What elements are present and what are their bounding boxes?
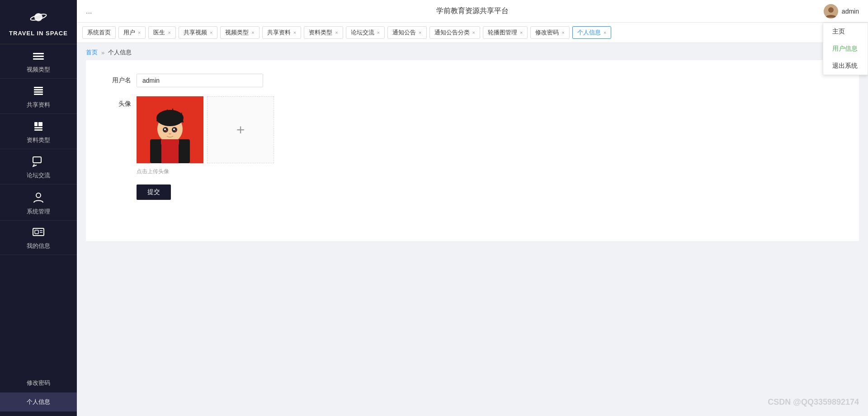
sidebar-item-label-forum: 论坛交流: [27, 171, 50, 180]
sidebar-nav: 视频类型 共享资料 资料类型 论坛交流 系统管理: [0, 44, 77, 369]
svg-rect-13: [33, 157, 41, 163]
svg-rect-5: [34, 87, 43, 88]
svg-rect-10: [38, 122, 42, 126]
video-type-icon: [33, 52, 44, 63]
tab-close-forum[interactable]: ×: [377, 30, 380, 35]
tab-close-video-type[interactable]: ×: [251, 30, 254, 35]
tab-shared-resource[interactable]: 共享资料 ×: [262, 26, 301, 39]
sidebar-item-forum[interactable]: 论坛交流: [0, 149, 77, 184]
tab-forum[interactable]: 论坛交流 ×: [346, 26, 385, 39]
tab-user[interactable]: 用户 ×: [118, 26, 146, 39]
dropdown-menu: 主页 用户信息 退出系统: [823, 23, 868, 75]
avatar-images: +: [137, 96, 274, 163]
avatar-current: [137, 96, 203, 163]
shared-resource-icon: [33, 86, 44, 99]
tab-close-notice[interactable]: ×: [419, 30, 421, 35]
svg-rect-3: [33, 56, 44, 57]
tab-close-notice-category[interactable]: ×: [472, 30, 475, 35]
svg-point-33: [173, 128, 175, 130]
tab-change-password[interactable]: 修改密码 ×: [530, 26, 569, 39]
forum-icon: [33, 156, 44, 169]
upload-plus-icon: +: [236, 122, 245, 138]
tab-close-personal-info[interactable]: ×: [604, 30, 606, 35]
tab-system-home[interactable]: 系统首页: [82, 26, 116, 39]
avatar: [824, 4, 838, 19]
sidebar: TRAVEL IN SPACE 视频类型 共享资料 资料类型: [0, 0, 77, 416]
svg-rect-36: [161, 139, 179, 145]
tab-close-carousel[interactable]: ×: [520, 30, 523, 35]
svg-rect-12: [34, 129, 42, 131]
tab-label-resource-type: 资料类型: [309, 28, 332, 37]
username-input[interactable]: [137, 74, 263, 87]
tab-label-doctor: 医生: [153, 28, 165, 37]
tab-label-video-type: 视频类型: [225, 28, 249, 37]
svg-point-20: [828, 7, 834, 13]
svg-point-35: [175, 130, 176, 132]
sidebar-bottom: 修改密码 个人信息: [0, 369, 77, 416]
tab-label-notice: 通知公告: [392, 28, 416, 37]
system-manage-icon: [33, 192, 44, 205]
username-form-row: 用户名: [104, 74, 841, 87]
tab-shared-video[interactable]: 共享视频 ×: [179, 26, 217, 39]
svg-rect-2: [33, 53, 44, 54]
svg-rect-7: [34, 91, 43, 93]
sidebar-logo: TRAVEL IN SPACE: [0, 0, 77, 44]
svg-rect-9: [34, 122, 38, 126]
tab-notice[interactable]: 通知公告 ×: [387, 26, 426, 39]
tab-close-user[interactable]: ×: [138, 30, 141, 35]
planet-icon: [29, 8, 47, 26]
topbar-username: admin: [842, 8, 859, 15]
topbar: ... 学前教育资源共享平台 admin 主页 用户信息 退出系统: [77, 0, 868, 23]
tab-close-resource-type[interactable]: ×: [335, 30, 338, 35]
sidebar-item-video-type[interactable]: 视频类型: [0, 44, 77, 79]
tab-personal-info[interactable]: 个人信息 ×: [572, 26, 611, 39]
submit-button[interactable]: 提交: [137, 184, 171, 200]
sidebar-item-shared-resource[interactable]: 共享资料: [0, 79, 77, 114]
tab-label-carousel: 轮播图管理: [488, 28, 517, 37]
dropdown-item-home[interactable]: 主页: [823, 23, 868, 40]
topbar-title: 学前教育资源共享平台: [436, 6, 509, 16]
tab-doctor[interactable]: 医生 ×: [148, 26, 175, 39]
tab-carousel[interactable]: 轮播图管理 ×: [483, 26, 528, 39]
avatar-upload-box[interactable]: +: [207, 96, 274, 163]
sidebar-item-label-my-info: 我的信息: [27, 242, 50, 250]
svg-rect-16: [35, 230, 38, 234]
breadcrumb-home[interactable]: 首页: [86, 48, 98, 57]
topbar-right[interactable]: admin: [824, 4, 859, 19]
username-label: 用户名: [104, 76, 131, 85]
sidebar-item-my-info[interactable]: 我的信息: [0, 221, 77, 255]
my-info-icon: [33, 228, 44, 240]
tab-label-personal-info: 个人信息: [577, 28, 601, 37]
sidebar-item-label-video-type: 视频类型: [27, 66, 50, 74]
topbar-left: ...: [86, 7, 92, 15]
svg-rect-4: [33, 58, 44, 60]
content-panel: 用户名 头像: [86, 60, 859, 241]
dropdown-item-userinfo[interactable]: 用户信息: [823, 40, 868, 57]
tab-label-forum: 论坛交流: [351, 28, 374, 37]
sidebar-item-change-password[interactable]: 修改密码: [0, 373, 77, 392]
main-area: ... 学前教育资源共享平台 admin 主页 用户信息 退出系统 系统首页 用…: [77, 0, 868, 416]
svg-rect-8: [34, 94, 43, 95]
sidebar-item-system-manage[interactable]: 系统管理: [0, 184, 77, 221]
svg-rect-11: [34, 127, 42, 128]
tab-notice-category[interactable]: 通知公告分类 ×: [429, 26, 480, 39]
tab-close-doctor[interactable]: ×: [168, 30, 170, 35]
breadcrumb-current: 个人信息: [108, 48, 132, 57]
tab-video-type[interactable]: 视频类型 ×: [220, 26, 259, 39]
sidebar-item-personal-info[interactable]: 个人信息: [0, 392, 77, 411]
dropdown-item-logout[interactable]: 退出系统: [823, 57, 868, 75]
tab-resource-type[interactable]: 资料类型 ×: [304, 26, 343, 39]
sidebar-item-label-system-manage: 系统管理: [27, 208, 50, 216]
breadcrumb-separator: »: [101, 49, 104, 56]
topbar-dots[interactable]: ...: [86, 7, 92, 15]
sidebar-item-resource-type[interactable]: 资料类型: [0, 114, 77, 149]
avatar-form-row: 头像: [104, 96, 841, 163]
tabs-bar: 系统首页 用户 × 医生 × 共享视频 × 视频类型 × 共享资料 × 资料类型…: [77, 23, 868, 43]
tab-label-shared-resource: 共享资料: [267, 28, 291, 37]
tab-close-shared-video[interactable]: ×: [210, 30, 212, 35]
tab-label-user: 用户: [123, 28, 135, 37]
tab-label-notice-category: 通知公告分类: [434, 28, 470, 37]
tab-close-shared-resource[interactable]: ×: [293, 30, 296, 35]
tab-close-change-password[interactable]: ×: [561, 30, 564, 35]
tab-label-change-password: 修改密码: [535, 28, 559, 37]
